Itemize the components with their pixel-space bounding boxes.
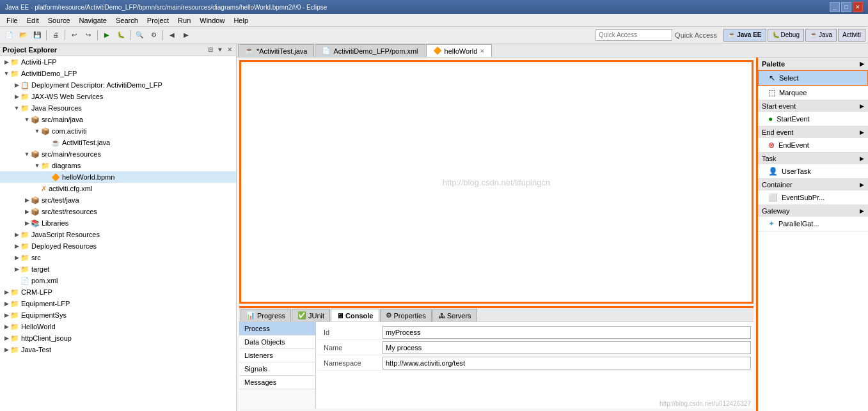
quick-access-input[interactable] <box>596 29 672 41</box>
perspective-debug[interactable]: 🐛 Debug <box>768 29 804 42</box>
tab-servers[interactable]: 🖧 Servers <box>432 309 477 322</box>
label-deployed-resources: Deployed Resources <box>31 242 97 250</box>
close-button[interactable]: ✕ <box>853 2 863 12</box>
palette-section-header-task[interactable]: Task ▶ <box>758 153 868 164</box>
toolbar-new[interactable]: 📄 <box>3 29 15 42</box>
menu-navigate[interactable]: Navigate <box>75 15 111 26</box>
toolbar-sep-5 <box>162 30 163 40</box>
console-icon: 🖥 <box>336 312 343 320</box>
tree-item-java-resources[interactable]: ▼ 📁 Java Resources <box>0 102 236 114</box>
tab-hello-world[interactable]: 🔶 helloWorld ✕ <box>426 44 493 57</box>
palette-item-user-task[interactable]: 👤 UserTask <box>758 164 868 178</box>
tab-close-hello-world[interactable]: ✕ <box>480 48 485 54</box>
palette-item-end-event[interactable]: ⊗ EndEvent <box>758 138 868 152</box>
tree-item-src-main-resources[interactable]: ▼ 📦 src/main/resources <box>0 148 236 160</box>
palette-item-select[interactable]: ↖ Select <box>758 70 868 86</box>
tab-properties[interactable]: ⚙ Properties <box>380 309 432 322</box>
toolbar-save[interactable]: 💾 <box>31 29 43 42</box>
menu-project[interactable]: Project <box>143 15 173 26</box>
tree-item-src[interactable]: ▶ 📁 src <box>0 252 236 263</box>
tree-item-jax-ws[interactable]: ▶ 📁 JAX-WS Web Services <box>0 91 236 102</box>
toolbar-search[interactable]: 🔍 <box>133 29 146 42</box>
toolbar-undo[interactable]: ↩ <box>68 29 81 42</box>
menu-file[interactable]: File <box>3 15 22 26</box>
palette-section-header-start-event[interactable]: Start event ▶ <box>758 100 868 112</box>
bpmn-canvas[interactable]: http://blog.csdn.net/lifupingcn <box>239 60 754 304</box>
tree-item-crm-lfp[interactable]: ▶ 📁 CRM-LFP <box>0 286 236 298</box>
toolbar-redo[interactable]: ↪ <box>82 29 95 42</box>
tab-junit[interactable]: ✅ JUnit <box>292 309 330 322</box>
toolbar-print[interactable]: 🖨 <box>49 29 62 42</box>
menu-search[interactable]: Search <box>112 15 142 26</box>
tree-item-activiti-demo-lfp[interactable]: ▼ 📁 ActivitiDemo_LFP <box>0 68 236 79</box>
tree-item-src-main-java[interactable]: ▼ 📦 src/main/java <box>0 114 236 125</box>
icon-equipment-sys: 📁 <box>10 311 19 320</box>
label-java-resources: Java Resources <box>31 104 82 112</box>
tree-item-activiti-cfg-xml[interactable]: ▶ ✗ activiti.cfg.xml <box>0 183 236 194</box>
tree-item-libraries[interactable]: ▶ 📚 Libraries <box>0 217 236 229</box>
perspective-javaee[interactable]: ☕ Java EE <box>723 29 766 42</box>
prop-section-item-data-objects[interactable]: Data Objects <box>239 336 315 348</box>
prop-row-namespace: Namespace <box>319 355 751 371</box>
tree-item-equipment-lfp[interactable]: ▶ 📁 Equipment-LFP <box>0 298 236 309</box>
tree-item-activiti-lfp[interactable]: ▶ 📁 Activiti-LFP <box>0 56 236 68</box>
tree-item-deployed-resources[interactable]: ▶ 📁 Deployed Resources <box>0 240 236 252</box>
explorer-close[interactable]: ✕ <box>226 46 233 53</box>
title-controls[interactable]: _ □ ✕ <box>830 2 863 12</box>
tree-item-target[interactable]: ▶ 📁 target <box>0 263 236 275</box>
arrow-src-test-resources: ▶ <box>23 208 31 215</box>
tree-item-activiti-test-java[interactable]: ▶ ☕ ActivitiTest.java <box>0 137 236 148</box>
palette-item-marquee[interactable]: ⬚ Marquee <box>758 86 868 100</box>
tree-item-deployment-descriptor[interactable]: ▶ 📋 Deployment Descriptor: ActivitiDemo_… <box>0 79 236 91</box>
tab-pom-xml[interactable]: 📄 ActivitiDemo_LFP/pom.xml <box>315 44 425 57</box>
maximize-button[interactable]: □ <box>841 2 851 12</box>
prop-input-name[interactable] <box>383 341 751 354</box>
palette-section-header-gateway[interactable]: Gateway ▶ <box>758 205 868 217</box>
palette-collapse-icon[interactable]: ▶ <box>860 61 864 67</box>
tree-item-java-test[interactable]: ▶ 📁 Java-Test <box>0 344 236 355</box>
tree-item-diagrams[interactable]: ▼ 📁 diagrams <box>0 160 236 171</box>
perspective-activiti[interactable]: Activiti <box>838 29 865 42</box>
tree-item-javascript-resources[interactable]: ▶ 📁 JavaScript Resources <box>0 229 236 240</box>
tree-item-hello-world-bpmn[interactable]: ▶ 🔶 helloWorld.bpmn <box>0 171 236 183</box>
icon-hello-world: 📁 <box>10 323 19 331</box>
toolbar-run[interactable]: ▶ <box>100 29 113 42</box>
explorer-collapse[interactable]: ⊟ <box>207 46 214 53</box>
toolbar-settings[interactable]: ⚙ <box>147 29 160 42</box>
menu-help[interactable]: Help <box>230 15 252 26</box>
prop-section-item-messages[interactable]: Messages <box>239 376 315 389</box>
tree-item-pom-xml[interactable]: ▶ 📄 pom.xml <box>0 275 236 286</box>
tree-item-equipment-sys[interactable]: ▶ 📁 EquipmentSys <box>0 309 236 321</box>
toolbar-debug[interactable]: 🐛 <box>114 29 127 42</box>
palette-item-event-sub-process[interactable]: ⬜ EventSubPr... <box>758 190 868 205</box>
toolbar-next[interactable]: ▶ <box>180 29 193 42</box>
tree-item-src-test-java[interactable]: ▶ 📦 src/test/java <box>0 194 236 206</box>
prop-input-namespace[interactable] <box>383 357 751 369</box>
palette-section-header-end-event[interactable]: End event ▶ <box>758 127 868 138</box>
prop-section-item-process[interactable]: Process <box>239 322 315 335</box>
palette-item-parallel-gateway[interactable]: ✦ ParallelGat... <box>758 217 868 231</box>
palette-section-header-container[interactable]: Container ▶ <box>758 179 868 190</box>
tab-progress[interactable]: 📊 Progress <box>241 309 291 322</box>
perspective-java[interactable]: ☕ Java <box>805 29 837 42</box>
prop-input-id[interactable] <box>383 326 751 339</box>
menu-window[interactable]: Window <box>196 15 228 26</box>
tree-item-hello-world[interactable]: ▶ 📁 HelloWorld <box>0 321 236 332</box>
toolbar-open[interactable]: 📂 <box>17 29 29 42</box>
explorer-menu[interactable]: ▼ <box>216 46 225 53</box>
toolbar-prev[interactable]: ◀ <box>166 29 178 42</box>
palette-label-marquee: Marquee <box>779 89 807 97</box>
palette-item-start-event[interactable]: ● StartEvent <box>758 112 868 126</box>
prop-section-item-listeners[interactable]: Listeners <box>239 349 315 362</box>
menu-source[interactable]: Source <box>44 15 74 26</box>
main-layout: Project Explorer ⊟ ▼ ✕ ▶ 📁 Activiti-LFP … <box>0 43 868 411</box>
tab-activiti-test[interactable]: ☕ *ActivitiTest.java <box>238 44 314 57</box>
prop-section-item-signals[interactable]: Signals <box>239 362 315 375</box>
minimize-button[interactable]: _ <box>830 2 840 12</box>
tree-item-src-test-resources[interactable]: ▶ 📦 src/test/resources <box>0 206 236 217</box>
tab-console[interactable]: 🖥 Console <box>331 309 379 322</box>
menu-run[interactable]: Run <box>174 15 194 26</box>
tree-item-http-client-jsoup[interactable]: ▶ 📁 httpClient_jsoup <box>0 332 236 344</box>
menu-edit[interactable]: Edit <box>23 15 43 26</box>
tree-item-com-activiti[interactable]: ▼ 📦 com.activiti <box>0 125 236 137</box>
